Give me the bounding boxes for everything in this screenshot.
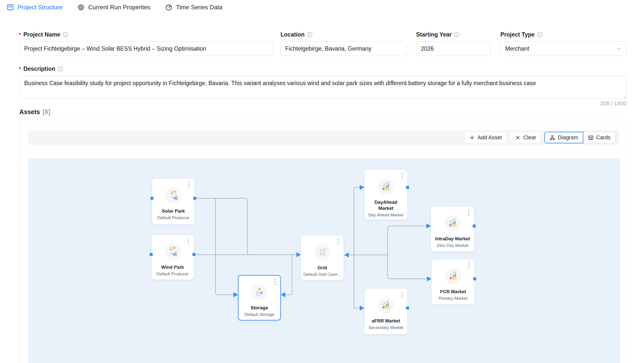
node-title: Grid: [317, 265, 327, 271]
edge-arrow: [233, 292, 238, 297]
tab-label: Current Run Properties: [88, 4, 150, 11]
chevron-down-icon: [616, 46, 622, 52]
project-type-select[interactable]: Merchant: [500, 41, 627, 56]
node-subtitle: Primary Market: [438, 296, 467, 301]
tab-time-series-data[interactable]: Time Series Data: [165, 4, 223, 11]
node-title: FCR Market: [440, 289, 466, 295]
kebab-menu-icon[interactable]: [186, 238, 191, 245]
node-subtitle: Default Producer: [157, 215, 189, 220]
starting-year-label: Starting Year: [416, 31, 460, 38]
market-icon: [445, 268, 461, 284]
view-switcher: Diagram Cards: [544, 132, 615, 143]
project-type-label: Project Type: [500, 31, 543, 38]
assets-count-badge: [8]: [43, 108, 50, 115]
description-label: * Description: [19, 65, 63, 73]
kebab-menu-icon[interactable]: [336, 238, 340, 245]
kebab-menu-icon[interactable]: [273, 278, 277, 285]
edge-arrow: [296, 252, 301, 257]
edge-arrow: [427, 276, 431, 281]
diagram-icon: [549, 135, 555, 141]
gear-icon: [77, 4, 85, 11]
market-icon: [378, 179, 394, 195]
project-setup-page: Project Structure Current Run Properties: [0, 0, 644, 363]
kebab-menu-icon[interactable]: [466, 209, 471, 216]
edge: [195, 198, 235, 295]
edge: [284, 255, 301, 295]
kebab-menu-icon[interactable]: [400, 173, 404, 180]
project-name-input[interactable]: [19, 41, 273, 56]
assets-toolbar: Add Asset Clear Diagram: [28, 130, 619, 145]
tab-label: Project Structure: [18, 4, 63, 11]
info-icon[interactable]: [57, 66, 63, 72]
node-subtitle: Secondary Market: [369, 325, 403, 330]
plus-icon: [469, 135, 475, 141]
top-nav: Project Structure Current Run Properties: [0, 0, 644, 15]
assets-title: Assets: [19, 108, 40, 115]
asset-node-fcr-market[interactable]: FCR Market Primary Market: [431, 259, 475, 305]
kebab-menu-icon[interactable]: [467, 262, 471, 269]
assets-panel: Add Asset Clear Diagram: [19, 120, 626, 363]
asset-node-solar-park[interactable]: Solar Park Default Producer: [152, 179, 195, 224]
renewable-producer-icon: [165, 244, 181, 260]
market-icon: [445, 215, 461, 231]
info-icon[interactable]: [454, 32, 460, 38]
required-marker: *: [19, 66, 21, 73]
edge: [354, 187, 361, 308]
node-title: DayAhead Market: [371, 199, 401, 211]
renewable-producer-icon: [165, 187, 181, 204]
tab-current-run-properties[interactable]: Current Run Properties: [77, 4, 150, 11]
edge-arrow: [281, 292, 285, 297]
info-icon[interactable]: [63, 32, 68, 38]
diagram-canvas[interactable]: Solar Park Default Producer: [28, 158, 620, 363]
tab-project-structure[interactable]: Project Structure: [7, 4, 63, 11]
edge-arrow: [344, 252, 349, 257]
required-marker: *: [19, 32, 21, 39]
market-icon: [378, 297, 394, 313]
clear-button[interactable]: Clear: [510, 132, 541, 143]
asset-node-afrr-market[interactable]: aFRR Market Secondary Market: [364, 288, 408, 334]
node-title: aFRR Market: [372, 318, 400, 324]
node-title: Solar Park: [162, 208, 185, 214]
assets-header: Assets[8]: [19, 108, 50, 116]
edge-arrow: [360, 306, 364, 311]
tab-label: Time Series Data: [176, 4, 223, 11]
cards-icon: [588, 135, 594, 141]
asset-node-wind-park[interactable]: Wind Park Default Producer: [151, 235, 194, 280]
node-subtitle: Day Ahead Market: [368, 213, 404, 218]
asset-node-grid[interactable]: Grid Default Grid Conn...: [301, 235, 344, 280]
node-title: Wind Park: [161, 264, 184, 270]
storage-icon: [251, 284, 267, 300]
node-title: Storage: [251, 305, 268, 311]
edge: [195, 198, 298, 255]
node-subtitle: Default Producer: [156, 272, 189, 277]
grid-icon: [314, 244, 330, 260]
node-title: IntraDay Market: [435, 236, 470, 242]
node-subtitle: Default Grid Conn...: [303, 272, 341, 277]
asset-node-dayahead-market[interactable]: DayAhead Market Day Ahead Market: [364, 170, 408, 220]
kebab-menu-icon[interactable]: [187, 181, 191, 188]
location-label: Location: [280, 31, 313, 38]
close-icon: [515, 135, 521, 141]
starting-year-input[interactable]: [416, 41, 491, 56]
description-textarea[interactable]: Business Case feasibility study for proj…: [19, 76, 626, 99]
char-counter: 205 / 1500: [600, 100, 626, 107]
project-type-value: Merchant: [505, 45, 529, 52]
node-subtitle: Default Storage: [245, 312, 274, 317]
diagram-view-button[interactable]: Diagram: [544, 132, 583, 143]
kebab-menu-icon[interactable]: [400, 291, 404, 298]
node-subtitle: Intra Day Market: [437, 243, 468, 248]
cards-view-button[interactable]: Cards: [583, 132, 615, 143]
location-input[interactable]: [280, 41, 407, 56]
add-asset-button[interactable]: Add Asset: [464, 132, 507, 143]
info-icon[interactable]: [537, 32, 543, 38]
edge-arrow: [426, 223, 431, 228]
asset-node-storage[interactable]: Storage Default Storage: [238, 275, 281, 320]
edge: [388, 226, 428, 279]
asset-node-intraday-market[interactable]: IntraDay Market Intra Day Market: [431, 206, 474, 252]
info-icon[interactable]: [307, 32, 313, 38]
project-name-label: * Project Name: [19, 31, 68, 38]
board-icon: [7, 4, 14, 11]
edge-arrow: [360, 185, 364, 190]
gauge-icon: [165, 4, 173, 11]
